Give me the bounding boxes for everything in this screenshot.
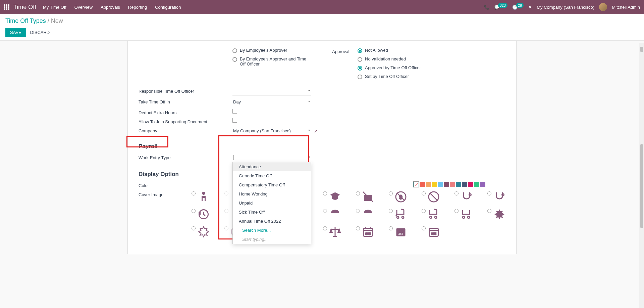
take-field[interactable]: Day (232, 98, 311, 106)
cover-label: Cover Image (139, 191, 192, 197)
color-10[interactable] (474, 182, 479, 187)
cover-20[interactable] (487, 208, 505, 220)
nav-reporting[interactable]: Reporting (128, 5, 147, 10)
validation-option-2[interactable]: By Employee's Approver and Time Off Offi… (232, 56, 312, 67)
color-2[interactable] (426, 182, 431, 187)
dropdown-item-unpaid[interactable]: Unpaid (233, 199, 311, 208)
breadcrumb: Time Off Types / New (5, 17, 639, 25)
phone-icon[interactable]: 📞 (484, 5, 489, 10)
user-avatar[interactable] (599, 3, 607, 11)
color-8[interactable] (462, 182, 467, 187)
cover-25[interactable] (323, 226, 341, 238)
scroll-up-arrow[interactable] (640, 47, 643, 52)
apps-icon[interactable] (4, 4, 9, 10)
svg-point-12 (463, 216, 465, 218)
deduct-checkbox[interactable] (232, 109, 237, 114)
supporting-label: Allow To Join Supporting Document (139, 118, 232, 124)
dropdown-item-sick[interactable]: Sick Time Off (233, 208, 311, 217)
cover-15[interactable] (323, 208, 341, 220)
color-swatches (414, 182, 485, 187)
color-9[interactable] (468, 182, 473, 187)
person-sling-icon (198, 191, 210, 203)
company-selector[interactable]: My Company (San Francisco) (537, 5, 594, 10)
umbrella-icon (329, 208, 341, 220)
cover-19[interactable] (454, 208, 473, 220)
color-4[interactable] (438, 182, 443, 187)
color-label: Color (139, 182, 232, 188)
scrollbar[interactable] (639, 43, 644, 254)
approval-by-officer[interactable]: Approved by Time Off Officer (358, 65, 505, 71)
scrollbar-thumb[interactable] (640, 144, 643, 228)
nav-my-time-off[interactable]: My Time Off (43, 5, 66, 10)
nav-right: 📞 💬323 🕐28 ✕ My Company (San Francisco) … (484, 3, 640, 11)
form-sheet: By Employee's Approver By Employee's App… (127, 41, 517, 254)
discard-button[interactable]: DISCARD (30, 30, 50, 35)
cover-8[interactable] (422, 191, 440, 203)
nav-approvals[interactable]: Approvals (101, 5, 120, 10)
cover-18[interactable] (422, 208, 440, 220)
cover-7[interactable]: $ (389, 191, 407, 203)
clock-back-icon (198, 208, 210, 220)
color-11[interactable] (480, 182, 485, 187)
breadcrumb-current: New (51, 17, 63, 24)
cover-28[interactable]: 365 (422, 226, 440, 238)
cover-1[interactable] (192, 191, 210, 203)
cover-26[interactable]: 365 (356, 226, 374, 238)
settings-icon[interactable]: ✕ (528, 5, 532, 10)
svg-text:365: 365 (365, 232, 370, 235)
nav-overview[interactable]: Overview (74, 5, 93, 10)
dropdown-item-annual[interactable]: Annual Time Off 2022 (233, 217, 311, 226)
app-title: Time Off (13, 4, 36, 11)
work-entry-dropdown: Attendance Generic Time Off Compensatory… (232, 162, 311, 244)
work-entry-field[interactable] (232, 154, 311, 163)
cover-5[interactable] (323, 191, 341, 203)
briefcase-off-icon (362, 191, 374, 203)
color-5[interactable] (444, 182, 449, 187)
validation-option-1[interactable]: By Employee's Approver (232, 48, 312, 53)
dropdown-item-homeworking[interactable]: Home Working (233, 189, 311, 199)
graduation-cap-icon (329, 191, 341, 203)
cover-6[interactable] (356, 191, 374, 203)
user-name[interactable]: Mitchell Admin (612, 5, 640, 10)
dropdown-item-compensatory[interactable]: Compensatory Time Off (233, 180, 311, 189)
cover-11[interactable] (192, 208, 210, 220)
company-field[interactable]: My Company (San Francisco) (232, 127, 311, 135)
dropdown-search-more[interactable]: Search More... (233, 226, 311, 235)
take-label: Take Time Off in (139, 98, 232, 104)
calendar-365-icon: 365 (395, 226, 407, 238)
cover-16[interactable] (356, 208, 374, 220)
display-title: Display Option (139, 171, 505, 178)
approval-set-by-officer[interactable]: Set by Time Off Officer (358, 74, 505, 79)
payroll-title: Payroll (139, 143, 505, 150)
approval-no-validation[interactable]: No validation needed (358, 56, 505, 62)
company-external-link-icon[interactable]: ↗ (314, 129, 318, 134)
nav-configuration[interactable]: Configuration (155, 5, 181, 10)
calendar-365-icon: 365 (428, 226, 440, 238)
color-none[interactable] (414, 182, 419, 187)
dropdown-item-attendance[interactable]: Attendance (233, 162, 311, 171)
scales-icon (329, 226, 341, 238)
color-7[interactable] (456, 182, 461, 187)
cover-21[interactable] (192, 226, 210, 238)
color-1[interactable] (420, 182, 425, 187)
approval-label: Approval (332, 48, 358, 54)
extra-starburst-icon (198, 226, 210, 238)
supporting-checkbox[interactable] (232, 118, 237, 123)
dropdown-item-generic[interactable]: Generic Time Off (233, 171, 311, 180)
activities-icon[interactable]: 🕐28 (512, 5, 524, 10)
svg-point-0 (202, 192, 205, 195)
stethoscope-icon (461, 191, 473, 203)
color-3[interactable] (432, 182, 437, 187)
cover-9[interactable] (454, 191, 473, 203)
breadcrumb-parent[interactable]: Time Off Types (5, 17, 46, 24)
cover-10[interactable] (487, 191, 505, 203)
cover-17[interactable] (389, 208, 407, 220)
responsible-field[interactable] (232, 87, 311, 95)
svg-point-9 (402, 216, 404, 218)
save-button[interactable]: SAVE (5, 28, 26, 37)
approval-not-allowed[interactable]: Not Allowed (358, 48, 505, 53)
messages-icon[interactable]: 💬323 (494, 5, 507, 10)
color-6[interactable] (450, 182, 455, 187)
cover-27[interactable]: 365 (389, 226, 407, 238)
svg-point-10 (430, 216, 432, 218)
